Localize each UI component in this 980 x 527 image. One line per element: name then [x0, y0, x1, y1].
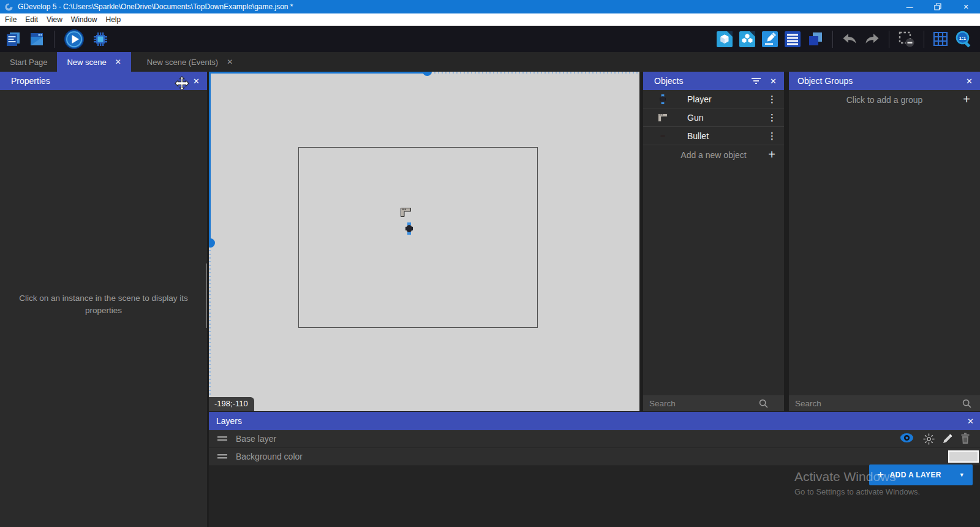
tab-bar: Start Page New scene ✕ New scene (Events…	[0, 52, 980, 72]
drag-handle-icon[interactable]	[217, 454, 227, 459]
object-menu-button[interactable]: ⋮	[767, 112, 777, 123]
instances-list-panel-icon	[785, 31, 801, 47]
gun-sprite-icon	[657, 113, 669, 122]
tab-start-page[interactable]: Start Page	[0, 52, 57, 72]
object-groups-panel-header: Object Groups ✕	[789, 72, 980, 90]
add-object-button[interactable]: Add a new object +	[643, 145, 784, 164]
properties-panel: Properties ✕ Click on an instance in the…	[0, 72, 207, 527]
canvas-vscrollbar[interactable]	[209, 72, 211, 243]
tab-new-scene[interactable]: New scene ✕	[57, 52, 130, 72]
objects-panel-icon	[717, 31, 733, 47]
undo-icon	[842, 32, 858, 47]
toolbar-divider	[889, 31, 889, 48]
redo-button[interactable]	[864, 32, 880, 47]
toggle-objects-panel-button[interactable]	[717, 31, 733, 47]
filter-icon[interactable]	[752, 77, 761, 85]
canvas-hscrollbar[interactable]	[209, 72, 427, 74]
gdevelop-logo-icon	[4, 2, 13, 12]
gdevelop-window: GDevelop 5 - C:\Users\Sparkle\OneDrive\D…	[0, 0, 980, 527]
debug-icon	[92, 31, 109, 48]
scene-editor-canvas[interactable]: -198;-110	[209, 72, 639, 411]
groups-search-input[interactable]	[789, 399, 980, 408]
toggle-layers-panel-button[interactable]	[807, 31, 824, 47]
canvas-vscrollbar-thumb[interactable]	[209, 238, 215, 248]
project-manager-icon	[5, 31, 21, 47]
drag-handle-icon[interactable]	[217, 436, 227, 441]
add-group-button[interactable]: Click to add a group +	[789, 90, 980, 109]
object-menu-button[interactable]: ⋮	[767, 94, 777, 105]
bullet-sprite-icon	[657, 135, 669, 137]
open-window-button[interactable]	[29, 31, 45, 47]
layers-panel-icon	[807, 31, 824, 47]
canvas-vscrollbar-track[interactable]	[209, 243, 211, 411]
object-menu-button[interactable]: ⋮	[767, 131, 777, 142]
layers-close-button[interactable]: ✕	[967, 417, 974, 426]
layer-edit-button[interactable]	[942, 433, 953, 447]
minimize-button[interactable]: —	[895, 0, 924, 13]
toggle-object-groups-panel-button[interactable]	[739, 31, 755, 47]
menu-edit[interactable]: Edit	[25, 15, 43, 24]
grid-icon	[933, 31, 948, 47]
layer-row-background[interactable]: Background color	[209, 448, 980, 466]
cursor-coordinates: -198;-110	[209, 397, 254, 411]
activate-windows-watermark: Activate Windows	[794, 469, 896, 484]
toolbar-divider	[54, 31, 55, 48]
main-toolbar: 1:1	[0, 26, 980, 52]
objects-panel-title: Objects	[654, 76, 683, 86]
canvas-hscrollbar-track[interactable]	[427, 72, 639, 74]
objects-panel-header: Objects ✕	[643, 72, 784, 90]
properties-empty-message: Click on an instance in the scene to dis…	[11, 292, 196, 317]
restore-button[interactable]	[924, 0, 952, 13]
debug-button[interactable]	[92, 31, 109, 48]
menu-file[interactable]: File	[5, 15, 21, 24]
object-row-player[interactable]: Player ⋮	[643, 90, 784, 108]
add-layer-label: ADD A LAYER	[890, 471, 941, 479]
gun-instance[interactable]	[401, 208, 411, 217]
objects-close-button[interactable]: ✕	[770, 77, 777, 86]
properties-close-button[interactable]: ✕	[193, 77, 200, 86]
menu-help[interactable]: Help	[106, 15, 126, 24]
chevron-down-icon[interactable]: ▼	[959, 472, 973, 478]
menu-view[interactable]: View	[47, 15, 67, 24]
object-groups-close-button[interactable]: ✕	[966, 77, 973, 86]
tab-new-scene-events[interactable]: New scene (Events) ✕	[137, 52, 243, 72]
object-row-gun[interactable]: Gun ⋮	[643, 108, 784, 127]
toggle-instances-list-panel-button[interactable]	[785, 31, 801, 47]
search-icon	[962, 399, 971, 408]
object-groups-panel-icon	[739, 31, 755, 47]
toggle-properties-panel-button[interactable]	[762, 31, 778, 47]
close-button[interactable]: ✕	[952, 0, 980, 13]
layer-name: Background color	[236, 452, 303, 461]
object-name: Player	[687, 94, 712, 104]
toggle-grid-button[interactable]	[933, 31, 948, 47]
delete-selection-icon	[898, 31, 915, 48]
plus-icon: +	[963, 93, 970, 107]
toolbar-divider	[924, 31, 924, 48]
delete-selection-button[interactable]	[898, 31, 915, 48]
project-manager-button[interactable]	[5, 31, 21, 47]
menu-bar: File Edit View Window Help	[0, 13, 980, 26]
menu-window[interactable]: Window	[71, 15, 102, 24]
zoom-1-1-button[interactable]: 1:1	[955, 30, 973, 48]
search-icon	[759, 399, 768, 408]
player-instance[interactable]	[405, 222, 413, 235]
object-row-bullet[interactable]: Bullet ⋮	[643, 127, 784, 145]
add-object-label: Add a new object	[680, 150, 746, 160]
object-name: Gun	[687, 113, 703, 123]
layer-row-base[interactable]: Base layer	[209, 430, 980, 448]
canvas-hscrollbar-thumb[interactable]	[423, 72, 432, 76]
start-preview-button[interactable]	[64, 29, 85, 50]
tab-label: Start Page	[10, 58, 47, 67]
layer-delete-button[interactable]	[960, 433, 970, 447]
object-groups-panel: Object Groups ✕ Click to add a group +	[789, 72, 980, 411]
tab-close-icon[interactable]: ✕	[115, 58, 121, 66]
player-sprite-icon	[657, 94, 669, 104]
properties-scrollbar[interactable]	[206, 264, 207, 328]
layer-visibility-button[interactable]	[900, 433, 914, 445]
background-color-swatch[interactable]	[948, 450, 979, 463]
layer-effects-button[interactable]	[923, 433, 935, 447]
undo-button[interactable]	[842, 32, 858, 47]
plus-icon: +	[768, 148, 775, 162]
play-icon	[64, 29, 85, 50]
tab-close-icon[interactable]: ✕	[227, 58, 233, 66]
